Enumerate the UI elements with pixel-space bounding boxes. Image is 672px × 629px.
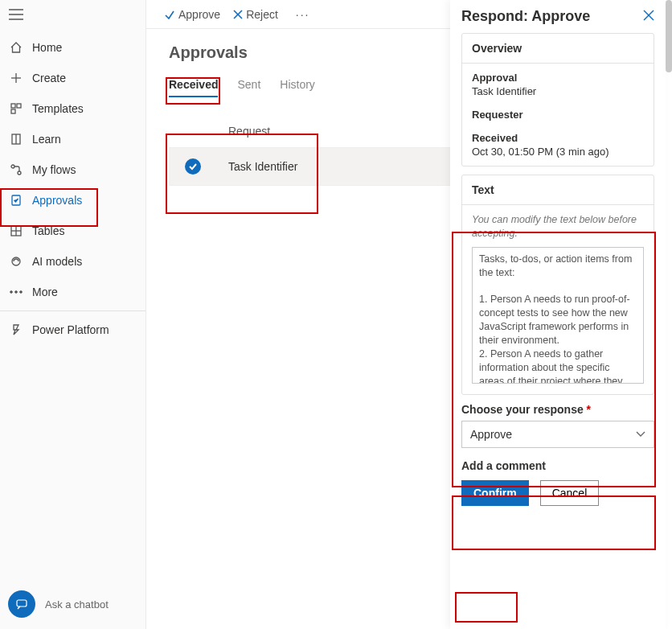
svg-rect-7 [11,109,15,113]
chatbot-icon [8,590,35,618]
approval-label: Approval [472,72,644,84]
response-dropdown[interactable]: Approve [461,421,654,448]
text-input[interactable] [472,247,644,384]
more-icon [8,284,24,300]
sidebar-item-aimodels[interactable]: AI models [0,246,145,277]
approve-button[interactable]: Approve [164,8,220,21]
sidebar-item-label: More [32,286,58,298]
received-value: Oct 30, 01:50 PM (3 min ago) [472,146,644,158]
sidebar-item-label: Home [32,41,62,54]
sidebar-item-label: Learn [32,133,61,146]
left-sidebar: Home Create Templates Learn My flows App… [0,0,146,629]
svg-point-17 [10,291,13,294]
sidebar-item-label: Tables [32,224,64,237]
text-hint: You can modify the text below before acc… [472,213,644,240]
reject-button[interactable]: Reject [233,8,278,21]
sidebar-item-templates[interactable]: Templates [0,93,145,124]
panel-title: Respond: Approve [461,8,590,25]
received-label: Received [472,132,644,144]
requester-label: Requester [472,109,644,121]
response-value: Approve [470,428,512,441]
sidebar-item-learn[interactable]: Learn [0,124,145,154]
reject-label: Reject [246,8,278,21]
plus-icon [8,70,24,86]
tab-sent[interactable]: Sent [237,78,260,97]
svg-point-19 [20,291,23,294]
text-heading: Text [462,175,654,205]
check-circle-icon [185,158,201,175]
sidebar-item-label: Create [32,72,66,84]
book-icon [8,131,24,147]
respond-panel: Respond: Approve Overview Approval Task … [450,0,666,629]
sidebar-item-create[interactable]: Create [0,63,145,93]
svg-rect-5 [11,104,15,108]
sidebar-item-more[interactable]: More [0,277,145,307]
chevron-down-icon [636,431,645,438]
scrollbar-track [666,0,672,629]
nav-divider [0,310,145,311]
overview-card: Overview Approval Task Identifier Reques… [461,33,654,166]
sidebar-item-label: Approvals [32,194,82,207]
overview-heading: Overview [462,34,654,64]
svg-rect-20 [17,600,27,606]
row-title: Task Identifier [215,160,297,173]
tab-history[interactable]: History [280,78,315,97]
chatbot-label: Ask a chatbot [45,598,109,610]
nav-list: Home Create Templates Learn My flows App… [0,29,145,345]
approval-value: Task Identifier [472,85,644,97]
comment-label: Add a comment [461,459,654,472]
scrollbar-thumb[interactable] [666,0,672,72]
sidebar-item-label: Templates [32,102,84,115]
power-platform-icon [8,322,24,338]
sidebar-item-myflows[interactable]: My flows [0,154,145,185]
more-actions-button[interactable]: ··· [291,8,315,21]
close-button[interactable] [643,10,654,23]
ai-icon [8,253,24,269]
sidebar-item-label: Power Platform [32,323,109,336]
svg-rect-6 [17,104,21,108]
templates-icon [8,101,24,117]
sidebar-item-label: My flows [32,163,76,176]
home-icon [8,39,24,56]
chatbot-launcher[interactable]: Ask a chatbot [0,590,145,629]
svg-point-11 [18,171,21,175]
confirm-button[interactable]: Confirm [461,480,529,506]
text-card: Text You can modify the text below befor… [461,175,654,395]
cancel-button[interactable]: Cancel [540,480,600,506]
response-label: Choose your response * [461,403,654,416]
sidebar-item-powerplatform[interactable]: Power Platform [0,314,145,345]
tab-received[interactable]: Received [169,78,218,97]
svg-point-18 [15,291,18,294]
sidebar-item-home[interactable]: Home [0,32,145,63]
sidebar-item-tables[interactable]: Tables [0,216,145,246]
sidebar-item-approvals[interactable]: Approvals [0,185,145,216]
flows-icon [8,162,24,178]
sidebar-item-label: AI models [32,255,82,268]
grid-icon [8,223,24,239]
approve-label: Approve [178,8,220,21]
hamburger-menu-button[interactable] [0,0,32,29]
approvals-icon [8,192,24,208]
svg-point-10 [11,165,14,168]
